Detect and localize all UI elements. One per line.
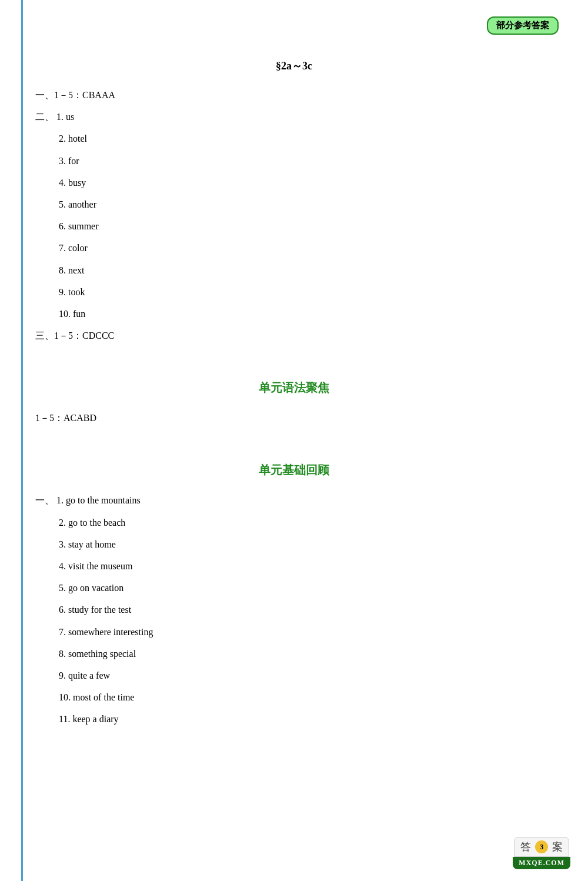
list-item: 5. go on vacation <box>59 580 553 596</box>
section2-part1-label: 1－5：ACABD <box>35 410 553 426</box>
list-item: 7. somewhere interesting <box>59 624 553 640</box>
list-item: 6. study for the test <box>59 602 553 618</box>
list-item: 11. keep a diary <box>59 711 553 727</box>
section1-part2-label: 二、 1. us <box>35 109 553 125</box>
section1-title: §2a～3c <box>35 59 553 73</box>
list-item: 7. color <box>59 240 553 256</box>
section3-title: 单元基础回顾 <box>35 462 553 478</box>
list-item: 3. for <box>59 153 553 169</box>
section2-title: 单元语法聚焦 <box>35 380 553 396</box>
section1-part3-label: 三、1－5：CDCCC <box>35 328 553 343</box>
list-item: 10. most of the time <box>59 689 553 705</box>
section1-part1-label: 一、1－5：CBAAA <box>35 87 553 103</box>
list-item: 9. took <box>59 284 553 300</box>
list-item: 8. next <box>59 262 553 278</box>
list-item: 8. something special <box>59 646 553 662</box>
left-border <box>21 0 23 881</box>
list-item: 2. hotel <box>59 131 553 146</box>
logo-top: 答 3 案 <box>514 837 569 857</box>
section3-part1-label: 一、 1. go to the mountains <box>35 492 553 508</box>
list-item: 3. stay at home <box>59 536 553 552</box>
list-item: 2. go to the beach <box>59 515 553 530</box>
list-item: 5. another <box>59 196 553 212</box>
page-number: 3 <box>535 840 548 853</box>
bottom-logo: 答 3 案 MXQE.COM <box>513 837 570 869</box>
list-item: 4. visit the museum <box>59 558 553 574</box>
list-item: 10. fun <box>59 306 553 322</box>
list-item: 4. busy <box>59 175 553 191</box>
list-item: 9. quite a few <box>59 668 553 683</box>
list-item: 6. summer <box>59 218 553 234</box>
badge: 部分参考答案 <box>487 16 559 35</box>
logo-bottom: MXQE.COM <box>513 857 570 869</box>
